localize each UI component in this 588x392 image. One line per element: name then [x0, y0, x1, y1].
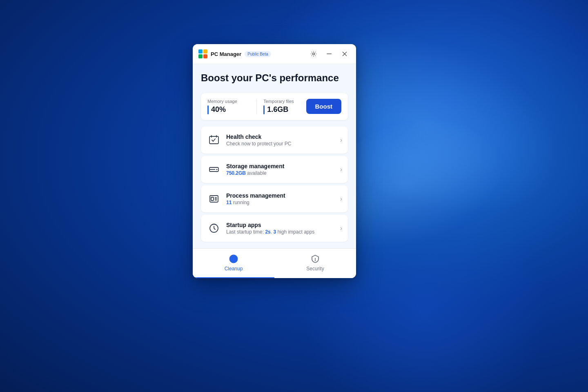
close-button[interactable] — [339, 48, 350, 60]
storage-management-title: Storage management — [226, 163, 337, 169]
process-management-title: Process management — [226, 192, 337, 199]
window-body: Boost your PC's performance Memory usage… — [193, 64, 356, 244]
temp-files-label: Temporary files — [263, 99, 306, 104]
svg-point-16 — [315, 260, 316, 261]
memory-label: Memory usage — [207, 99, 250, 104]
beta-badge: Public Beta — [245, 51, 271, 57]
health-check-title: Health check — [226, 134, 337, 140]
memory-value: 40% — [211, 105, 226, 114]
health-check-subtitle: Check now to protect your PC — [226, 141, 337, 147]
bottom-nav: Cleanup Security — [193, 248, 356, 278]
startup-apps-chevron-icon: › — [340, 225, 342, 232]
boost-button[interactable]: Boost — [306, 99, 342, 114]
storage-management-chevron-icon: › — [340, 166, 342, 173]
minimize-button[interactable] — [323, 48, 335, 60]
health-check-icon — [207, 133, 221, 147]
svg-rect-9 — [211, 197, 214, 200]
cleanup-label: Cleanup — [225, 266, 243, 272]
memory-stat: Memory usage 40% — [207, 99, 257, 114]
startup-impact-accent: 3 — [273, 229, 276, 235]
health-check-text: Health check Check now to protect your P… — [226, 134, 337, 147]
app-window: PC Manager Public Beta — [193, 44, 356, 278]
app-icon — [198, 49, 207, 58]
menu-list: Health check Check now to protect your P… — [201, 127, 348, 244]
process-management-subtitle: 11 running — [226, 200, 337, 205]
health-check-item[interactable]: Health check Check now to protect your P… — [201, 127, 348, 154]
startup-apps-icon — [207, 221, 221, 236]
tab-cleanup[interactable]: Cleanup — [193, 249, 274, 278]
memory-bar-indicator — [207, 105, 209, 114]
process-count-accent: 11 — [226, 200, 232, 205]
temp-files-value: 1.6GB — [267, 105, 288, 114]
tab-security[interactable]: Security — [274, 249, 356, 278]
startup-apps-item[interactable]: Startup apps Last startup time: 2s. 3 hi… — [201, 215, 348, 242]
app-title: PC Manager — [211, 51, 241, 57]
startup-apps-subtitle: Last startup time: 2s. 3 high impact app… — [226, 229, 337, 235]
svg-rect-1 — [327, 53, 332, 54]
temp-files-stat: Temporary files 1.6GB — [263, 99, 306, 114]
svg-point-0 — [313, 53, 315, 55]
title-bar: PC Manager Public Beta — [193, 44, 356, 64]
process-management-chevron-icon: › — [340, 195, 342, 203]
storage-management-text: Storage management 750.2GB available — [226, 163, 337, 176]
temp-files-bar-indicator — [263, 105, 265, 114]
cleanup-icon — [228, 254, 239, 264]
title-bar-controls — [308, 48, 350, 60]
storage-accent: 750.2GB — [226, 170, 246, 176]
security-icon — [310, 254, 321, 264]
process-management-item[interactable]: Process management 11 running › — [201, 185, 348, 212]
svg-point-6 — [216, 169, 218, 170]
startup-apps-title: Startup apps — [226, 222, 337, 228]
process-management-text: Process management 11 running — [226, 192, 337, 205]
settings-button[interactable] — [308, 48, 319, 60]
page-title: Boost your PC's performance — [201, 72, 348, 84]
storage-management-subtitle: 750.2GB available — [226, 170, 337, 176]
startup-time-accent: 2s — [265, 229, 270, 235]
process-management-icon — [207, 192, 221, 206]
svg-point-14 — [229, 255, 238, 263]
storage-management-icon — [207, 162, 221, 177]
storage-management-item[interactable]: Storage management 750.2GB available › — [201, 156, 348, 183]
startup-apps-text: Startup apps Last startup time: 2s. 3 hi… — [226, 222, 337, 235]
health-check-chevron-icon: › — [340, 136, 342, 144]
security-label: Security — [306, 266, 324, 272]
boost-panel: Memory usage 40% Temporary files 1.6GB B… — [201, 93, 348, 120]
